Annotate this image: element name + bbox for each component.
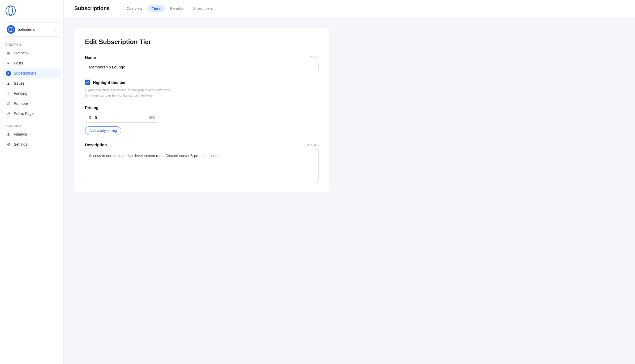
posts-icon: ≡ (6, 60, 11, 66)
content-area: Edit Subscription Tier Name 17 / 24 (64, 17, 635, 364)
creator-section-label: Creator (0, 43, 63, 48)
sidebar-item-label: Public Page (14, 111, 34, 116)
header: Subscriptions Overview Tiers Benefits Su… (64, 0, 635, 17)
sidebar-item-public-page[interactable]: ↗ Public Page (3, 109, 61, 118)
sidebar-item-label: Funding (14, 91, 27, 96)
sidebar-item-label: Settings (14, 142, 27, 146)
pricing-input[interactable] (94, 112, 146, 122)
header-nav: Overview Tiers Benefits Subscribers (122, 5, 217, 12)
highlight-label: Highlight this tier (93, 80, 126, 85)
edit-tier-card: Edit Subscription Tier Name 17 / 24 (74, 28, 329, 192)
highlight-checkbox[interactable] (85, 80, 90, 85)
tab-benefits[interactable]: Benefits (166, 5, 188, 12)
description-textarea[interactable] (85, 149, 319, 181)
name-section: Name 17 / 24 (85, 55, 319, 72)
add-yearly-button[interactable]: Add yearly pricing (85, 126, 121, 135)
pricing-clear-button[interactable]: × (158, 112, 159, 122)
avatar (7, 25, 15, 34)
name-row-header: Name 17 / 24 (85, 55, 319, 60)
account-nav: $ Finance ⚙ Settings (0, 129, 63, 150)
sidebar-item-label: Promote (14, 101, 28, 106)
highlight-row: Highlight this tier (85, 80, 319, 85)
account-name: polardemo (18, 27, 52, 32)
svg-point-2 (8, 27, 13, 32)
description-row-header: Description 76 / 240 (85, 142, 319, 147)
sidebar-item-label: Overview (14, 51, 29, 55)
tab-overview[interactable]: Overview (122, 5, 146, 12)
promote-icon: ◎ (6, 101, 11, 106)
pricing-input-wrapper: $ /mo × (85, 112, 159, 123)
subscriptions-icon: ⚡ (6, 71, 11, 76)
account-switcher[interactable]: polardemo ⌄ (3, 22, 60, 37)
app-logo (0, 5, 63, 22)
sidebar-item-settings[interactable]: ⚙ Settings (3, 140, 61, 149)
pricing-dollar-sign: $ (85, 112, 94, 122)
public-page-icon: ↗ (6, 111, 11, 116)
main-area: Subscriptions Overview Tiers Benefits Su… (64, 0, 635, 364)
name-input[interactable] (85, 62, 319, 72)
chevron-down-icon: ⌄ (54, 28, 57, 31)
sidebar-item-label: Posts (14, 61, 23, 65)
name-counter: 17 / 24 (308, 56, 319, 60)
sidebar-item-promote[interactable]: ◎ Promote (3, 99, 61, 108)
account-section-label: Account (0, 124, 63, 129)
description-label: Description (85, 142, 107, 147)
tab-subscribers[interactable]: Subscribers (189, 5, 217, 12)
sidebar-item-overview[interactable]: ⊞ Overview (3, 48, 61, 58)
sidebar: polardemo ⌄ Creator ⊞ Overview ≡ Posts ⚡… (0, 0, 64, 364)
pricing-section: Pricing $ /mo × Add yearly pricing (85, 105, 319, 135)
description-counter: 76 / 240 (306, 143, 319, 147)
sidebar-item-funding[interactable]: ♡ Funding (3, 89, 61, 98)
svg-point-3 (10, 27, 12, 32)
form-title: Edit Subscription Tier (85, 38, 319, 46)
sidebar-item-subscriptions[interactable]: ⚡ Subscriptions (3, 68, 61, 78)
sidebar-item-posts[interactable]: ≡ Posts (3, 58, 61, 68)
sidebar-item-finance[interactable]: $ Finance (3, 129, 61, 139)
sidebar-item-label: Issues (14, 81, 24, 85)
finance-icon: $ (6, 132, 11, 137)
tab-tiers[interactable]: Tiers (148, 5, 165, 12)
page-title: Subscriptions (74, 5, 110, 11)
svg-point-0 (6, 6, 15, 15)
overview-icon: ⊞ (6, 50, 11, 56)
pricing-label: Pricing (85, 105, 98, 110)
settings-icon: ⚙ (6, 142, 11, 147)
highlight-hint: Highlighted tiers are shown on the publi… (85, 88, 319, 98)
funding-icon: ♡ (6, 91, 11, 96)
pricing-row-header: Pricing (85, 105, 319, 110)
highlight-section: Highlight this tier Highlighted tiers ar… (85, 80, 319, 98)
pricing-mo-suffix: /mo (146, 112, 158, 122)
svg-point-1 (9, 6, 12, 15)
name-label: Name (85, 55, 96, 60)
creator-nav: ⊞ Overview ≡ Posts ⚡ Subscriptions ▲ Iss… (0, 48, 63, 119)
sidebar-item-label: Finance (14, 132, 27, 136)
issues-icon: ▲ (6, 81, 11, 86)
sidebar-item-label: Subscriptions (14, 71, 36, 75)
sidebar-item-issues[interactable]: ▲ Issues (3, 79, 61, 88)
description-section: Description 76 / 240 (85, 142, 319, 182)
